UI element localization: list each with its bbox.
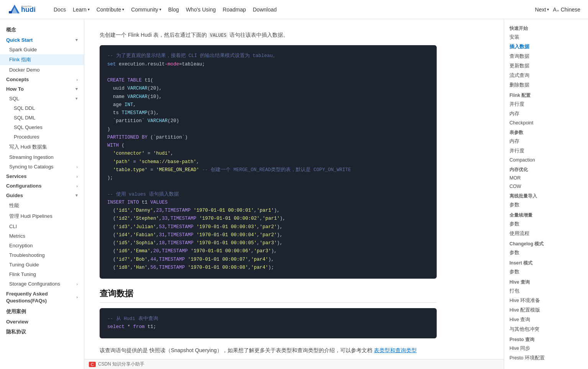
sidebar-item-concepts[interactable]: Concepts ›	[0, 75, 84, 84]
main-layout: 概念 Quick Start ▾ Spark Guide Flink 指南 Do…	[0, 19, 588, 369]
nav-community[interactable]: Community ▾	[131, 7, 161, 13]
sidebar-item-privacy[interactable]: 隐私协议	[0, 327, 84, 337]
right-section-flink-config: Flink 配置	[504, 90, 588, 100]
sidebar-item-docker-demo[interactable]: Docker Demo	[0, 65, 84, 75]
right-section-quickstart: 快速开始	[504, 23, 588, 33]
right-section-full-incremental: 全量续增量	[504, 210, 588, 219]
right-item-compaction[interactable]: Compaction	[504, 156, 588, 164]
right-item-hive-query-item[interactable]: Hive 查询	[504, 315, 588, 325]
nav-learn[interactable]: Learn ▾	[73, 7, 90, 13]
sidebar-item-sql[interactable]: SQL ▾	[0, 94, 84, 103]
sidebar-item-use-cases[interactable]: 使用案例	[0, 306, 84, 317]
configurations-chevron: ›	[76, 184, 78, 188]
right-item-changelog-params[interactable]: 参数	[504, 248, 588, 258]
left-sidebar: 概念 Quick Start ▾ Spark Guide Flink 指南 Do…	[0, 19, 84, 369]
services-chevron: ›	[76, 174, 78, 179]
right-item-insert-params[interactable]: 参数	[504, 267, 588, 277]
sidebar-item-overview[interactable]: Overview	[0, 317, 84, 327]
sidebar-item-encryption[interactable]: Encryption	[0, 241, 84, 250]
faq-chevron: ›	[76, 294, 78, 300]
right-item-memory[interactable]: 内存	[504, 109, 588, 119]
right-item-table-parallelism[interactable]: 并行度	[504, 146, 588, 156]
nav-blog[interactable]: Blog	[168, 7, 179, 13]
nav-whos-using[interactable]: Who's Using	[186, 7, 216, 13]
right-item-hive-env[interactable]: Hive 环境准备	[504, 296, 588, 305]
sidebar-item-services[interactable]: Services ›	[0, 171, 84, 181]
sidebar-item-faq[interactable]: Frequently Asked Questions(FAQs) ›	[0, 289, 84, 306]
next-chevron: ▾	[547, 7, 549, 11]
code-block-query: -- 从 Hudi 表中查询 select * from t1;	[100, 308, 437, 338]
sidebar-item-sql-dml[interactable]: SQL DML	[0, 113, 84, 122]
right-item-cow[interactable]: COW	[504, 182, 588, 191]
nav-docs[interactable]: Docs	[54, 7, 66, 13]
right-item-install[interactable]: 安装	[504, 33, 588, 42]
right-item-conflict[interactable]: 与其他包冲突	[504, 325, 588, 334]
next-button[interactable]: Next ▾	[535, 7, 549, 13]
section2-heading: 查询数据	[100, 288, 437, 303]
sidebar-item-guides[interactable]: Guides ▾	[0, 191, 84, 200]
intro-text: 先创建一个 Flink Hudi 表，然后在通过下面的 VALUES 语句往该表…	[100, 31, 437, 39]
right-section-table-params: 表参数	[504, 127, 588, 137]
sidebar-item-sql-ddl[interactable]: SQL DDL	[0, 103, 84, 113]
right-item-query[interactable]: 查询数据	[504, 52, 588, 61]
sidebar-item-storage-configs[interactable]: Storage Configurations ›	[0, 279, 84, 289]
sidebar-item-configurations[interactable]: Configurations ›	[0, 181, 84, 191]
sidebar-item-howto[interactable]: How To ▾	[0, 84, 84, 94]
sidebar-item-tuning[interactable]: Tuning Guide	[0, 260, 84, 269]
sidebar-item-write-hudi[interactable]: 写入 Hudi 数据集	[0, 142, 84, 152]
right-item-hive-config-template[interactable]: Hive 配置模版	[504, 305, 588, 315]
right-item-delete[interactable]: 删除数据	[504, 80, 588, 90]
sidebar-item-procedures[interactable]: Procedures	[0, 132, 84, 142]
sidebar-item-performance[interactable]: 性能	[0, 200, 84, 211]
sidebar-item-syncing[interactable]: Syncing to Catalogs ›	[0, 162, 84, 171]
right-item-hive-sync[interactable]: Hive 同步	[504, 344, 588, 353]
code-block-insert: -- 为了更直观的显示结果，接着把 CLI 的输出结果模式设置为 tableau…	[100, 45, 437, 279]
language-button[interactable]: A₊ Chinese	[553, 7, 580, 13]
table-type-link[interactable]: 表类型和查询类型	[374, 347, 417, 353]
sidebar-item-spark-guide[interactable]: Spark Guide	[0, 45, 84, 54]
syncing-chevron: ›	[76, 165, 78, 169]
svg-text:Apache: Apache	[21, 5, 32, 8]
right-item-full-params[interactable]: 参数	[504, 219, 588, 229]
right-item-stream-query[interactable]: 流式查询	[504, 71, 588, 80]
right-item-batch-params[interactable]: 参数	[504, 200, 588, 210]
right-item-full-workflow[interactable]: 使用流程	[504, 229, 588, 238]
svg-rect-2	[9, 11, 12, 13]
sidebar-item-概念[interactable]: 概念	[0, 24, 84, 35]
section2-text: 该查询语句提供的是 快照读（Snapshot Querying），如果想了解更多…	[100, 346, 437, 355]
right-item-update[interactable]: 更新数据	[504, 61, 588, 71]
sidebar-item-quickstart[interactable]: Quick Start ▾	[0, 35, 84, 45]
howto-chevron: ▾	[75, 87, 78, 91]
sidebar-item-troubleshooting[interactable]: Troubleshooting	[0, 250, 84, 260]
right-item-hive-bundle[interactable]: 打包	[504, 286, 588, 296]
right-section-batch-import: 离线批量导入	[504, 191, 588, 200]
sql-chevron: ▾	[75, 96, 78, 101]
csdn-icon: C	[89, 362, 96, 367]
concepts-chevron: ›	[76, 77, 78, 82]
sidebar-item-flink-guide[interactable]: Flink 指南	[0, 54, 84, 65]
right-item-table-memory[interactable]: 内存	[504, 137, 588, 146]
sidebar-item-sql-queries[interactable]: SQL Queries	[0, 122, 84, 132]
right-item-mor[interactable]: MOR	[504, 174, 588, 182]
sidebar-item-streaming[interactable]: Streaming Ingestion	[0, 152, 84, 162]
sidebar-item-manage-pipelines[interactable]: 管理 Hudi Pipelines	[0, 211, 84, 222]
right-item-insert[interactable]: 插入数据	[504, 42, 588, 52]
community-chevron: ▾	[159, 7, 161, 11]
sidebar-item-flink-tuning[interactable]: Flink Tuning	[0, 269, 84, 279]
nav-roadmap[interactable]: Roadmap	[223, 7, 246, 13]
logo[interactable]: hudi Apache	[8, 3, 42, 16]
right-section-changelog: Changelog 模式	[504, 238, 588, 248]
csdn-text: CSDN 知识分享小助手	[98, 361, 144, 367]
sidebar-item-cli[interactable]: CLI	[0, 222, 84, 231]
sidebar-item-metrics[interactable]: Metrics	[0, 231, 84, 241]
right-section-hive-query: Hive 查询	[504, 277, 588, 286]
right-item-parallelism[interactable]: 并行度	[504, 100, 588, 109]
nav-download[interactable]: Download	[253, 7, 277, 13]
right-section-presto: Presto 查询	[504, 334, 588, 344]
right-item-checkpoint[interactable]: Checkpoint	[504, 119, 588, 127]
right-sidebar: 快速开始 安装 插入数据 查询数据 更新数据 流式查询 删除数据 Flink 配…	[504, 19, 588, 369]
right-item-presto-config[interactable]: Presto 环境配置	[504, 353, 588, 363]
main-content: 先创建一个 Flink Hudi 表，然后在通过下面的 VALUES 语句往该表…	[84, 19, 452, 369]
nav-contribute[interactable]: Contribute ▾	[97, 7, 124, 13]
top-navigation: hudi Apache Docs Learn ▾ Contribute ▾ Co…	[0, 0, 588, 19]
